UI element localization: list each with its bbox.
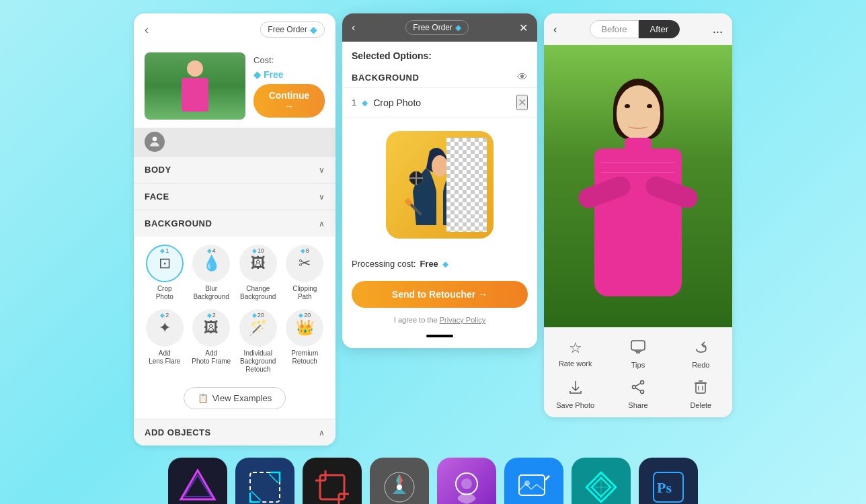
photo-frame-tool[interactable]: ◆2 🖼 AddPhoto Frame [192, 309, 232, 374]
ind-badge: ◆20 [252, 312, 264, 319]
crop-number: 1 [352, 97, 356, 108]
middle-header: ‹ Free Order ◆ ✕ [342, 13, 537, 42]
save-photo-label: Save Photo [556, 401, 594, 409]
thumbnail-arms [182, 98, 208, 106]
bazaart-icon[interactable] [437, 458, 496, 504]
redo-label: Redo [692, 361, 709, 369]
woman-figure [578, 72, 699, 327]
crop-tool-icon[interactable] [303, 458, 362, 504]
body-section-row[interactable]: BODY ∨ [134, 156, 336, 183]
save-photo-button[interactable]: Save Photo [544, 374, 606, 415]
add-objects-row[interactable]: ADD OBJECTS ∧ [134, 419, 336, 446]
premium-retouch-tool[interactable]: ◆20 👑 PremiumRetouch [285, 309, 325, 374]
back-button-right[interactable]: ‹ [553, 24, 557, 36]
lens-circle[interactable]: ◆2 ✦ [146, 309, 184, 347]
view-examples-button[interactable]: 📋 View Examples [184, 387, 286, 409]
diamond-icon-left: ◆ [310, 24, 317, 35]
photo-edit-icon[interactable] [504, 458, 563, 504]
save-icon [567, 380, 584, 398]
main-photo-area [544, 45, 732, 327]
back-button-mid[interactable]: ‹ [352, 22, 355, 34]
illustration-box [386, 131, 494, 239]
lens-flare-tool[interactable]: ◆2 ✦ AddLens Flare [145, 309, 185, 374]
privacy-text: I agree to the Privacy Policy [342, 313, 537, 331]
frame-circle[interactable]: ◆2 🖼 [192, 309, 230, 347]
processing-cost-label: Processing cost: [352, 259, 416, 269]
premium-circle[interactable]: ◆20 👑 [286, 309, 323, 347]
change-bg-circle[interactable]: ◆10 🖼 [239, 245, 277, 282]
blur-label: BlurBackground [194, 285, 229, 301]
thumbnail-image [145, 52, 245, 120]
free-order-badge-left[interactable]: Free Order ◆ [260, 22, 325, 38]
back-button-left[interactable]: ‹ [145, 23, 149, 37]
clip-circle[interactable]: ◆8 ✂ [286, 245, 323, 282]
affinity-icon[interactable] [168, 458, 227, 504]
tips-label: Tips [631, 361, 645, 369]
prizm-icon[interactable] [370, 458, 429, 504]
before-tab[interactable]: Before [590, 20, 638, 38]
clip-label: ClippingPath [292, 285, 317, 301]
free-order-label-mid: Free Order [413, 23, 452, 32]
more-button-right[interactable]: ... [713, 22, 723, 36]
svg-line-24 [251, 491, 261, 501]
crop-icon: ⊡ [159, 255, 171, 272]
close-button-mid[interactable]: ✕ [519, 22, 528, 34]
clipping-path-tool[interactable]: ◆8 ✂ ClippingPath [285, 245, 325, 301]
after-tab[interactable]: After [639, 20, 680, 38]
background-tools-grid: ◆1 ⊡ CropPhoto ◆4 💧 BlurBackground [134, 237, 336, 309]
individual-retouch-tool[interactable]: ◆20 🪄 IndividualBackgroundRetouch [238, 309, 278, 374]
checker-bg [446, 138, 487, 232]
crop-close-button[interactable]: ✕ [516, 95, 528, 110]
share-label: Share [628, 401, 647, 409]
cost-section: Cost: ◆ Free Continue → [253, 55, 325, 118]
affinity-svg [178, 467, 218, 504]
redo-icon [693, 339, 709, 358]
share-svg [630, 380, 646, 394]
crop-photo-circle[interactable]: ◆1 ⊡ [146, 245, 184, 282]
photo-edit-svg [514, 467, 554, 504]
blur-circle[interactable]: ◆4 💧 [192, 245, 230, 282]
camo-icon[interactable] [572, 458, 631, 504]
background-section-row[interactable]: BACKGROUND ∧ [134, 210, 336, 237]
redo-button[interactable]: Redo [670, 334, 732, 374]
rate-work-label: Rate work [559, 360, 592, 368]
processing-diamond: ◆ [442, 259, 448, 269]
share-icon [630, 380, 646, 398]
send-to-retoucher-button[interactable]: Send to Retoucher → [352, 281, 528, 308]
continue-button[interactable]: Continue → [253, 84, 325, 118]
free-order-badge-mid[interactable]: Free Order ◆ [405, 20, 469, 35]
processing-cost: Processing cost: Free ◆ [342, 252, 537, 276]
delete-button[interactable]: Delete [670, 374, 732, 415]
svg-point-11 [632, 386, 635, 389]
tips-button[interactable]: Tips [606, 334, 669, 374]
change-bg-badge: ◆10 [252, 247, 264, 254]
illustration-image [393, 138, 487, 232]
photoshop-svg: Ps [648, 467, 688, 504]
ind-retouch-circle[interactable]: ◆20 🪄 [239, 309, 277, 347]
crop-photo-tool[interactable]: ◆1 ⊡ CropPhoto [145, 245, 185, 301]
selected-options-header: Selected Options: [342, 42, 537, 67]
add-objects-chevron: ∧ [319, 428, 325, 437]
view-examples-icon: 📋 [198, 393, 208, 403]
left-panel: ‹ Free Order ◆ Cost: [134, 13, 336, 446]
woman-photo [544, 45, 732, 327]
face-section-row[interactable]: FACE ∨ [134, 183, 336, 210]
photoshop-icon[interactable]: Ps [639, 458, 698, 504]
resize-pro-icon[interactable] [235, 458, 294, 504]
lens-badge: ◆2 [160, 312, 169, 319]
svg-rect-15 [696, 383, 705, 393]
left-header: ‹ Free Order ◆ [134, 13, 336, 46]
privacy-policy-link[interactable]: Privacy Policy [440, 316, 485, 324]
svg-rect-25 [320, 475, 344, 499]
change-background-tool[interactable]: ◆10 🖼 ChangeBackground [238, 245, 278, 301]
cost-free: Free [264, 69, 284, 80]
rate-work-button[interactable]: ☆ Rate work [544, 334, 606, 374]
share-button[interactable]: Share [606, 374, 669, 415]
blur-badge: ◆4 [207, 247, 216, 254]
frame-badge: ◆2 [207, 312, 216, 319]
svg-line-14 [635, 388, 640, 390]
face-chevron: ∨ [319, 192, 325, 202]
svg-rect-34 [519, 475, 545, 495]
svg-point-10 [640, 381, 643, 384]
blur-background-tool[interactable]: ◆4 💧 BlurBackground [192, 245, 232, 301]
